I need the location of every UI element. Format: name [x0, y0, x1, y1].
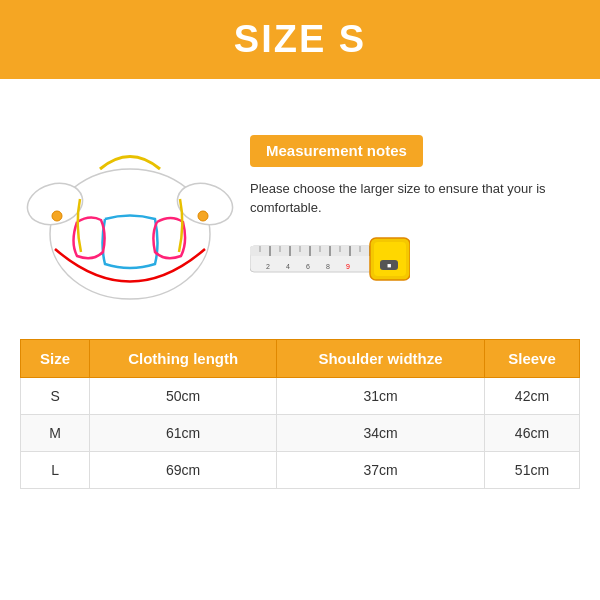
right-panel: Measurement notes Please choose the larg… — [250, 135, 570, 284]
col-size: Size — [21, 340, 90, 378]
table-section: Size Clothing length Shoulder widthze Sl… — [0, 329, 600, 509]
col-sleeve: Sleeve — [484, 340, 579, 378]
tape-measure-image: 2 4 6 8 9 ■ — [250, 234, 410, 284]
table-row: L69cm37cm51cm — [21, 452, 580, 489]
svg-point-3 — [52, 211, 62, 221]
page-header: SIZE S — [0, 0, 600, 79]
svg-text:6: 6 — [306, 263, 310, 270]
svg-text:8: 8 — [326, 263, 330, 270]
svg-text:9: 9 — [346, 263, 350, 270]
measurement-notes-box: Measurement notes — [250, 135, 423, 167]
table-header: Size Clothing length Shoulder widthze Sl… — [21, 340, 580, 378]
svg-rect-6 — [250, 246, 378, 256]
measurement-text: Please choose the larger size to ensure … — [250, 179, 570, 218]
size-table: Size Clothing length Shoulder widthze Sl… — [20, 339, 580, 489]
svg-point-4 — [198, 211, 208, 221]
middle-section: Measurement notes Please choose the larg… — [0, 79, 600, 329]
measurement-notes-label: Measurement notes — [266, 142, 407, 159]
col-clothing-length: Clothing length — [90, 340, 277, 378]
svg-rect-25 — [374, 242, 406, 276]
svg-text:2: 2 — [266, 263, 270, 270]
svg-text:■: ■ — [387, 262, 391, 269]
product-image — [20, 99, 240, 319]
svg-text:4: 4 — [286, 263, 290, 270]
table-row: M61cm34cm46cm — [21, 415, 580, 452]
page-title: SIZE S — [0, 18, 600, 61]
col-shoulder-width: Shoulder widthze — [277, 340, 485, 378]
table-body: S50cm31cm42cmM61cm34cm46cmL69cm37cm51cm — [21, 378, 580, 489]
table-row: S50cm31cm42cm — [21, 378, 580, 415]
